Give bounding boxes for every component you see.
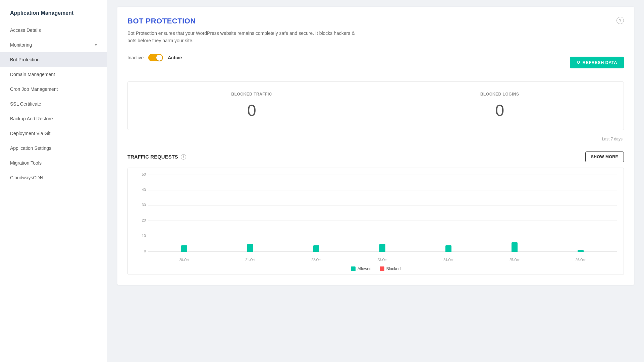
sidebar-label-ssl-certificate: SSL Certificate [10,101,41,107]
bar-wrapper [247,244,253,252]
bar-group [283,245,350,251]
show-more-button[interactable]: SHOW MORE [585,152,624,162]
x-label: 23-Oct [350,258,416,262]
legend-allowed-dot [351,266,356,271]
x-label: 26-Oct [547,258,613,262]
page-title: BOT PROTECTION [127,17,616,25]
bar-allowed [181,245,187,251]
content-card: BOT PROTECTION Bot Protection ensures th… [117,7,634,285]
bar-allowed [445,245,451,251]
sidebar-item-migration-tools[interactable]: Migration Tools [0,156,107,170]
sidebar-item-domain-management[interactable]: Domain Management [0,67,107,82]
bar-wrapper [578,250,584,252]
bar-group [151,245,217,251]
x-label: 24-Oct [415,258,481,262]
active-label: Active [168,55,182,60]
sidebar-title: Application Management [0,10,107,23]
stats-section: BLOCKED TRAFFIC 0 BLOCKED LOGINS 0 [127,81,624,130]
bar-group [415,245,481,251]
refresh-icon: ↺ [577,60,580,65]
legend-blocked-label: Blocked [386,266,401,271]
legend-blocked-dot [380,266,384,271]
traffic-section-title: TRAFFIC REQUESTS i [127,154,186,160]
toggle-thumb [156,55,162,61]
traffic-info-icon[interactable]: i [181,154,186,160]
sidebar-label-migration-tools: Migration Tools [10,160,42,166]
bot-protection-toggle[interactable] [148,54,163,61]
stat-blocked-logins: BLOCKED LOGINS 0 [376,82,624,130]
blocked-logins-value: 0 [383,101,617,120]
bar-wrapper [512,242,518,252]
chart-legend: Allowed Blocked [135,266,617,271]
traffic-section-header: TRAFFIC REQUESTS i SHOW MORE [127,152,624,162]
chart-x-labels: 20-Oct21-Oct22-Oct23-Oct24-Oct25-Oct26-O… [148,258,617,262]
sidebar-label-access-details: Access Details [10,27,41,33]
sidebar-item-bot-protection[interactable]: Bot Protection [0,52,107,67]
toggle-row: Inactive Active [127,54,182,61]
sidebar-label-backup-and-restore: Backup And Restore [10,116,53,121]
inactive-label: Inactive [127,55,144,60]
sidebar-item-application-settings[interactable]: Application Settings [0,141,107,156]
sidebar-item-deployment-via-git[interactable]: Deployment Via Git [0,126,107,141]
bar-allowed [379,244,385,252]
sidebar-item-cron-job-management[interactable]: Cron Job Management [0,82,107,97]
sidebar-label-monitoring: Monitoring [10,42,32,48]
chart-area: 50 40 30 20 10 0 20-Oct21-Oct22-Oct23-Oc… [135,175,617,262]
bar-allowed [578,250,584,252]
sidebar-label-domain-management: Domain Management [10,72,55,77]
x-label: 20-Oct [151,258,217,262]
sidebar-label-application-settings: Application Settings [10,145,51,151]
sidebar-item-ssl-certificate[interactable]: SSL Certificate [0,97,107,111]
bar-wrapper [379,244,385,252]
blocked-traffic-value: 0 [135,101,369,120]
sidebar-item-cloudwayscdn[interactable]: CloudwaysCDN [0,170,107,185]
legend-allowed: Allowed [351,266,372,271]
help-icon[interactable]: ? [616,17,624,24]
bar-group [481,242,547,252]
bar-group [350,244,416,252]
toggle-refresh-row: Inactive Active ↺ REFRESH DATA [127,54,624,71]
x-label: 22-Oct [283,258,350,262]
sidebar-item-monitoring[interactable]: Monitoring▾ [0,38,107,52]
bar-wrapper [445,245,451,251]
bar-group [217,244,283,252]
refresh-button-label: REFRESH DATA [582,60,617,65]
sidebar-label-bot-protection: Bot Protection [10,57,40,62]
bars-area [148,175,617,252]
chart-container: 50 40 30 20 10 0 20-Oct21-Oct22-Oct23-Oc… [127,168,624,275]
page-description: Bot Protection ensures that your WordPre… [127,29,362,45]
x-label: 25-Oct [481,258,547,262]
chevron-down-icon: ▾ [95,43,97,47]
sidebar-item-backup-and-restore[interactable]: Backup And Restore [0,111,107,126]
x-label: 21-Oct [217,258,283,262]
legend-blocked: Blocked [380,266,401,271]
legend-allowed-label: Allowed [358,266,372,271]
sidebar-item-access-details[interactable]: Access Details [0,23,107,38]
blocked-traffic-label: BLOCKED TRAFFIC [135,92,369,97]
blocked-logins-label: BLOCKED LOGINS [383,92,617,97]
bar-wrapper [313,245,319,251]
bar-group [547,250,613,252]
bar-allowed [512,242,518,252]
main-content: BOT PROTECTION Bot Protection ensures th… [107,0,644,362]
stat-blocked-traffic: BLOCKED TRAFFIC 0 [128,82,376,130]
bar-allowed [313,245,319,251]
sidebar-label-deployment-via-git: Deployment Via Git [10,131,50,136]
refresh-button[interactable]: ↺ REFRESH DATA [570,57,624,68]
sidebar: Application Management Access DetailsMon… [0,0,107,362]
sidebar-label-cron-job-management: Cron Job Management [10,86,58,92]
bar-allowed [247,244,253,252]
last-updated: Last 7 days [127,137,624,141]
bar-wrapper [181,245,187,251]
traffic-title-text: TRAFFIC REQUESTS [127,154,178,160]
sidebar-label-cloudwayscdn: CloudwaysCDN [10,175,43,180]
